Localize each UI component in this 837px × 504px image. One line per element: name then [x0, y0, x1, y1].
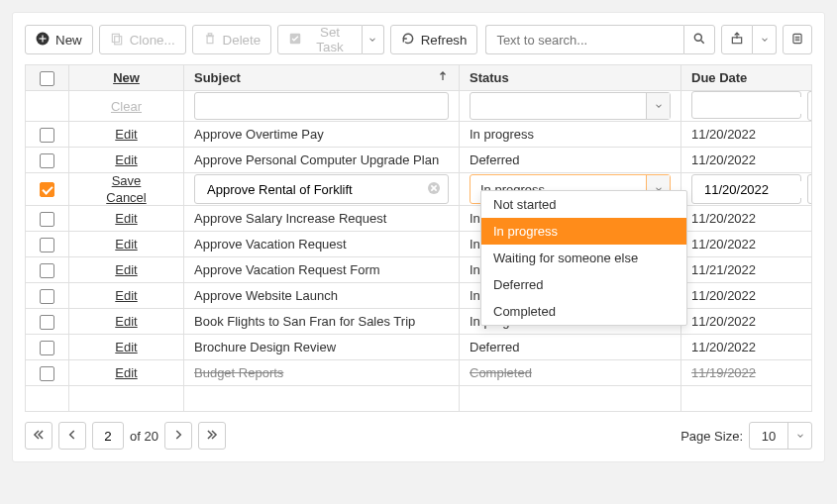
first-page-button[interactable] [25, 422, 52, 450]
export-split-button [721, 25, 777, 54]
status-header[interactable]: Status [460, 65, 681, 91]
checkbox-icon [40, 315, 54, 330]
refresh-button[interactable]: Refresh [390, 25, 478, 54]
cancel-row-link[interactable]: Cancel [106, 190, 146, 205]
check-square-icon [288, 32, 302, 49]
toolbar: New Clone... Delete Set Task Refresh [25, 25, 812, 54]
refresh-icon [401, 32, 415, 49]
set-task-button[interactable]: Set Task [277, 25, 363, 54]
edit-row-link[interactable]: Edit [115, 365, 137, 380]
action-header: New [69, 65, 184, 91]
row-select[interactable] [26, 283, 69, 309]
page-size-label: Page Size: [680, 429, 743, 444]
edit-row-link[interactable]: Edit [115, 288, 137, 303]
copy-icon [110, 32, 124, 49]
date-cell: 11/20/2022 [681, 309, 812, 335]
row-select[interactable] [26, 232, 69, 257]
subject-header[interactable]: Subject [184, 65, 460, 91]
clear-filter-link[interactable]: Clear [111, 99, 142, 114]
status-option[interactable]: In progress [481, 218, 686, 245]
export-dropdown-toggle[interactable] [753, 25, 777, 54]
status-dropdown: Not startedIn progressWaiting for someon… [480, 190, 687, 326]
last-page-button[interactable] [198, 422, 226, 450]
search-input[interactable] [485, 25, 683, 54]
row-select[interactable] [26, 360, 69, 386]
checkbox-icon [40, 153, 54, 168]
row-select[interactable] [26, 148, 69, 173]
prev-page-button[interactable] [58, 422, 86, 450]
row-select[interactable] [26, 173, 69, 206]
chevron-down-icon [646, 93, 670, 119]
status-header-label: Status [470, 70, 509, 85]
status-option[interactable]: Completed [481, 298, 686, 325]
row-select[interactable] [26, 309, 69, 335]
edit-row-link[interactable]: Edit [115, 262, 137, 277]
date-cell: 11/19/2022 [681, 360, 812, 386]
page-number-input[interactable] [92, 422, 124, 450]
table-row [26, 386, 812, 412]
delete-button[interactable]: Delete [192, 25, 272, 54]
date-cell: 11/20/2022 [681, 206, 812, 232]
search-icon [692, 32, 706, 49]
table-row: EditApprove Salary Increase RequestIn pr… [26, 206, 812, 232]
date-edit-input[interactable] [691, 174, 801, 204]
checkbox-icon [40, 366, 54, 381]
edit-row-link[interactable]: Edit [115, 314, 137, 329]
clone-button[interactable]: Clone... [99, 25, 186, 54]
edit-row-link[interactable]: Edit [115, 211, 137, 226]
chevron-right-icon [171, 428, 185, 445]
duedate-header[interactable]: Due Date [681, 65, 812, 91]
checkbox-icon [40, 238, 54, 252]
row-select[interactable] [26, 122, 69, 148]
svg-rect-7 [208, 33, 212, 35]
checkbox-icon [40, 341, 54, 355]
date-edit-picker-button[interactable] [807, 174, 812, 204]
row-select[interactable] [26, 257, 69, 283]
search-box [485, 25, 715, 54]
date-cell: 11/20/2022 [681, 148, 812, 173]
edit-row-link[interactable]: Edit [115, 127, 137, 142]
next-page-button[interactable] [164, 422, 192, 450]
new-button[interactable]: New [25, 25, 93, 54]
date-filter-picker-button[interactable] [807, 91, 812, 121]
edit-row-link[interactable]: Edit [115, 152, 137, 167]
edit-row-link[interactable]: Edit [115, 237, 137, 252]
search-button[interactable] [683, 25, 715, 54]
subject-cell: Book Flights to San Fran for Sales Trip [184, 309, 460, 335]
clear-icon[interactable] [426, 180, 442, 199]
status-cell: Deferred [460, 148, 681, 173]
delete-button-label: Delete [223, 33, 262, 48]
sort-ascending-icon [437, 70, 449, 85]
subject-cell: Approve Vacation Request [184, 232, 460, 257]
svg-rect-3 [112, 34, 119, 42]
export-icon [730, 32, 744, 49]
edit-row-link[interactable]: Edit [115, 340, 137, 354]
status-option[interactable]: Deferred [481, 271, 686, 298]
status-option[interactable]: Waiting for someone else [481, 245, 686, 271]
status-filter-select[interactable] [470, 92, 671, 120]
checkbox-icon [40, 289, 54, 304]
subject-cell: Approve Vacation Request Form [184, 257, 460, 283]
set-task-split-button: Set Task [277, 25, 384, 54]
export-button[interactable] [721, 25, 753, 54]
trash-icon [203, 32, 217, 49]
table-row: EditBrochure Design ReviewDeferred11/20/… [26, 335, 812, 360]
row-select[interactable] [26, 206, 69, 232]
list-icon [790, 32, 804, 49]
select-all-header[interactable] [26, 65, 69, 91]
set-task-dropdown-toggle[interactable] [363, 25, 384, 54]
row-select[interactable] [26, 335, 69, 360]
date-cell: 11/20/2022 [681, 335, 812, 360]
subject-header-label: Subject [194, 70, 437, 85]
save-row-link[interactable]: Save [112, 173, 142, 188]
page-size-select[interactable]: 10 [749, 422, 812, 450]
new-row-link[interactable]: New [113, 70, 140, 85]
subject-filter-input[interactable] [194, 92, 449, 120]
column-chooser-button[interactable] [783, 25, 812, 54]
status-option[interactable]: Not started [481, 191, 686, 218]
svg-rect-6 [207, 36, 213, 43]
date-filter-input[interactable] [691, 91, 801, 119]
table-row: EditApprove Personal Computer Upgrade Pl… [26, 148, 812, 173]
table-row: EditApprove Vacation RequestIn progress1… [26, 232, 812, 257]
subject-edit-input[interactable] [194, 174, 449, 204]
